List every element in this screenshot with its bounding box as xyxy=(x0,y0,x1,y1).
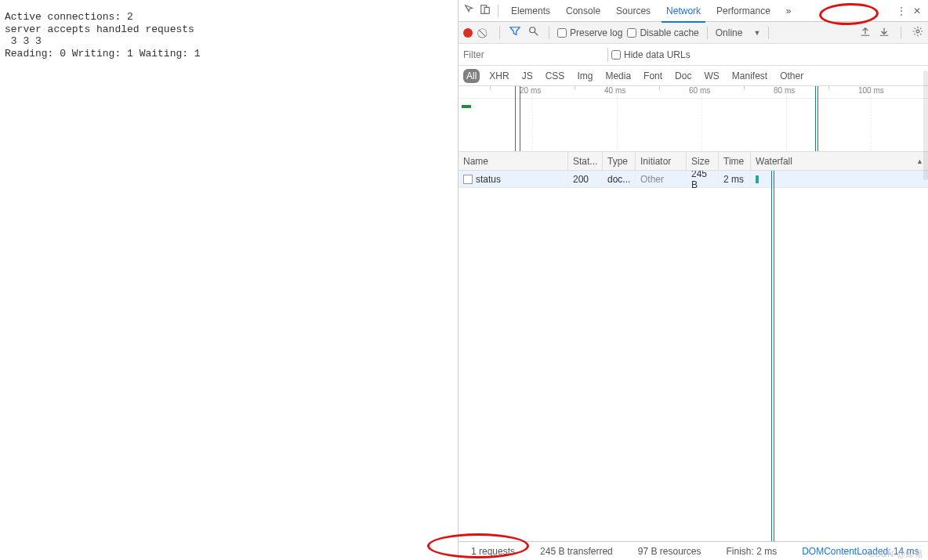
request-waterfall-cell xyxy=(751,171,928,187)
upload-har-icon[interactable] xyxy=(860,26,871,39)
hide-data-urls-input[interactable] xyxy=(611,50,621,60)
filter-media[interactable]: Media xyxy=(602,69,634,83)
domcontentloaded-line xyxy=(515,86,516,151)
preserve-log-label: Preserve log xyxy=(570,27,622,38)
filter-xhr[interactable]: XHR xyxy=(486,69,512,83)
tabs-overflow[interactable]: » xyxy=(778,0,799,22)
request-type: doc... xyxy=(603,171,636,187)
tab-elements[interactable]: Elements xyxy=(503,0,558,22)
download-har-icon[interactable] xyxy=(879,26,890,39)
tick-label: 60 ms xyxy=(689,86,710,95)
table-row[interactable]: status 200 doc... Other 245 B 2 ms xyxy=(459,171,928,188)
col-status[interactable]: Stat... xyxy=(568,152,603,170)
load-line xyxy=(774,171,774,541)
preserve-log-checkbox[interactable]: Preserve log xyxy=(557,27,622,38)
separator xyxy=(707,27,708,39)
disable-cache-label: Disable cache xyxy=(640,27,698,38)
svg-point-3 xyxy=(916,30,919,33)
filter-ws[interactable]: WS xyxy=(701,69,722,83)
separator xyxy=(549,27,549,39)
status-finish: Finish: 2 ms xyxy=(720,546,783,557)
tab-network[interactable]: Network xyxy=(658,0,709,22)
svg-point-2 xyxy=(530,27,535,33)
status-bar: 1 requests 245 B transferred 97 B resour… xyxy=(459,541,928,560)
domcontentloaded-line xyxy=(771,171,772,541)
filter-input[interactable] xyxy=(463,47,604,63)
devtools-tabs: Elements Console Sources Network Perform… xyxy=(459,0,928,22)
tick-label: 80 ms xyxy=(774,86,795,95)
device-toggle-icon[interactable] xyxy=(477,4,493,17)
separator xyxy=(499,27,500,39)
gear-icon[interactable] xyxy=(912,26,923,39)
status-domcontentloaded: DOMContentLoaded: 14 ms xyxy=(796,546,925,557)
throttling-dropdown[interactable]: Online ▼ xyxy=(716,27,761,38)
hide-data-urls-label: Hide data URLs xyxy=(624,49,691,60)
filter-js[interactable]: JS xyxy=(519,69,536,83)
timeline-marker xyxy=(815,86,816,151)
request-time: 2 ms xyxy=(719,171,751,187)
disable-cache-input[interactable] xyxy=(627,28,636,38)
request-initiator: Other xyxy=(636,171,687,187)
record-button[interactable] xyxy=(463,28,473,38)
filter-font[interactable]: Font xyxy=(640,69,665,83)
waterfall-bar xyxy=(756,175,759,183)
col-initiator[interactable]: Initiator xyxy=(636,152,687,170)
separator xyxy=(768,27,769,39)
tick-label: 20 ms xyxy=(520,86,541,95)
filter-manifest[interactable]: Manifest xyxy=(729,69,770,83)
tab-performance[interactable]: Performance xyxy=(709,0,778,22)
separator xyxy=(498,5,498,17)
separator xyxy=(607,48,608,62)
chevron-down-icon: ▼ xyxy=(753,29,760,37)
page-output: Active connections: 2 server accepts han… xyxy=(0,0,458,560)
tick-label: 40 ms xyxy=(604,86,625,95)
status-requests: 1 requests xyxy=(465,546,521,557)
overview-timeline[interactable]: 20 ms 40 ms 60 ms 80 ms 100 ms xyxy=(459,86,928,152)
request-name: status xyxy=(476,174,501,185)
kebab-icon[interactable]: ⋮ xyxy=(894,5,909,16)
sort-arrow-icon: ▲ xyxy=(916,157,923,165)
requests-table-header: Name Stat... Type Initiator Size Time Wa… xyxy=(459,152,928,171)
overview-request-bar xyxy=(462,105,471,108)
network-toolbar: ⃠ Preserve log Disable cache Online ▼ xyxy=(459,22,928,44)
col-time[interactable]: Time xyxy=(719,152,751,170)
hide-data-urls-checkbox[interactable]: Hide data URLs xyxy=(611,49,691,60)
filter-css[interactable]: CSS xyxy=(542,69,568,83)
throttling-value: Online xyxy=(716,27,743,38)
inspect-icon[interactable] xyxy=(462,4,477,17)
document-icon xyxy=(463,175,473,184)
tab-console[interactable]: Console xyxy=(558,0,608,22)
load-line xyxy=(520,86,520,151)
request-status: 200 xyxy=(568,171,603,187)
clear-icon[interactable]: ⃠ xyxy=(477,27,491,38)
col-type[interactable]: Type xyxy=(603,152,636,170)
search-icon[interactable] xyxy=(527,26,541,39)
disable-cache-checkbox[interactable]: Disable cache xyxy=(627,27,698,38)
tab-sources[interactable]: Sources xyxy=(608,0,658,22)
status-transferred: 245 B transferred xyxy=(534,546,619,557)
status-resources: 97 B resources xyxy=(632,546,708,557)
request-size: 245 B xyxy=(687,171,719,187)
filter-icon[interactable] xyxy=(508,26,522,39)
requests-table-body: status 200 doc... Other 245 B 2 ms xyxy=(459,171,928,541)
filter-row: Hide data URLs xyxy=(459,44,928,66)
scrollbar[interactable] xyxy=(923,70,928,180)
svg-rect-1 xyxy=(484,7,489,13)
filter-all[interactable]: All xyxy=(463,69,480,83)
type-filters: All XHR JS CSS Img Media Font Doc WS Man… xyxy=(459,66,928,86)
col-name[interactable]: Name xyxy=(459,152,568,170)
timeline-marker xyxy=(817,86,818,151)
col-size[interactable]: Size xyxy=(687,152,719,170)
preserve-log-input[interactable] xyxy=(557,28,567,38)
filter-img[interactable]: Img xyxy=(574,69,596,83)
filter-other[interactable]: Other xyxy=(777,69,807,83)
separator xyxy=(901,27,901,39)
close-icon[interactable]: ✕ xyxy=(909,5,925,16)
devtools-panel: Elements Console Sources Network Perform… xyxy=(458,0,928,560)
col-waterfall[interactable]: Waterfall▲ xyxy=(751,152,928,170)
filter-doc[interactable]: Doc xyxy=(672,69,694,83)
